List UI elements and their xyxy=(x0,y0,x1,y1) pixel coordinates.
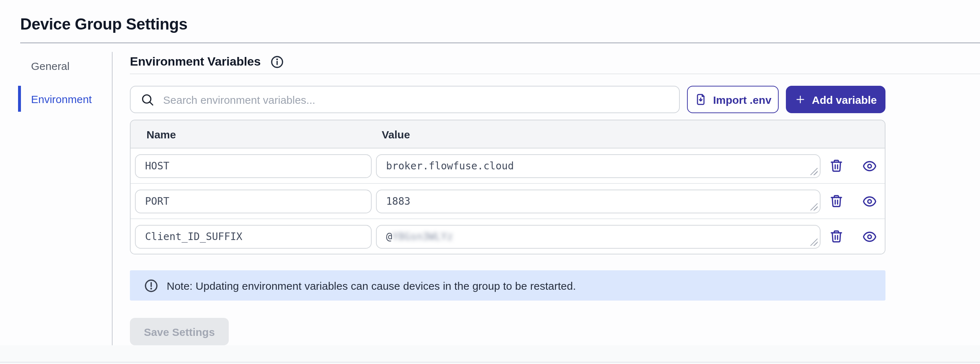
column-header-value: Value xyxy=(376,128,410,140)
table-row: PORT 1883 xyxy=(130,184,885,219)
env-name-input[interactable]: HOST xyxy=(135,154,372,178)
alert-icon xyxy=(143,278,159,293)
env-toolbar: Import .env Add variable xyxy=(130,86,886,113)
restart-note-banner: Note: Updating environment variables can… xyxy=(130,270,886,301)
show-value-button[interactable] xyxy=(862,194,877,208)
delete-variable-button[interactable] xyxy=(829,229,843,244)
trash-icon xyxy=(829,194,843,208)
add-variable-label: Add variable xyxy=(812,93,877,106)
info-icon[interactable] xyxy=(270,55,284,69)
restart-note-text: Note: Updating environment variables can… xyxy=(167,279,576,291)
show-value-button[interactable] xyxy=(862,158,877,173)
import-env-icon xyxy=(694,93,707,106)
env-value-input[interactable]: broker.flowfuse.cloud xyxy=(376,154,821,178)
env-name-input[interactable]: PORT xyxy=(135,189,372,213)
table-row: HOST broker.flowfuse.cloud xyxy=(130,149,885,184)
search-icon xyxy=(141,93,154,106)
import-env-button[interactable]: Import .env xyxy=(687,86,779,113)
trash-icon xyxy=(829,229,843,244)
trash-icon xyxy=(829,158,843,173)
add-variable-button[interactable]: Add variable xyxy=(786,86,886,113)
sidebar-item-label: General xyxy=(31,60,70,72)
page-footer-strip xyxy=(0,345,980,364)
page-header: Device Group Settings xyxy=(0,0,980,34)
search-input[interactable] xyxy=(163,93,669,106)
environment-panel: Environment Variables xyxy=(113,47,980,345)
env-name-input[interactable]: Client_ID_SUFFIX xyxy=(135,225,372,248)
delete-variable-button[interactable] xyxy=(829,194,843,208)
import-env-label: Import .env xyxy=(713,93,772,106)
delete-variable-button[interactable] xyxy=(829,158,843,173)
env-value-input[interactable]: 1883 xyxy=(376,189,821,213)
sidebar-item-general[interactable]: General xyxy=(0,53,112,78)
env-value-input[interactable]: @Y8Gsn3WLYz xyxy=(376,225,821,248)
section-divider xyxy=(130,73,980,74)
section-title: Environment Variables xyxy=(130,54,261,70)
table-header: Name Value xyxy=(130,120,885,149)
env-variables-table: Name Value HOST broker.flowfuse.cloud xyxy=(130,120,886,255)
sidebar-item-environment[interactable]: Environment xyxy=(0,87,112,111)
sidebar-item-label: Environment xyxy=(31,93,92,105)
eye-icon xyxy=(862,193,877,209)
column-header-name: Name xyxy=(130,128,376,140)
device-group-settings-page: Device Group Settings General Environmen… xyxy=(0,0,980,364)
table-row: Client_ID_SUFFIX @Y8Gsn3WLYz xyxy=(130,219,885,254)
search-box[interactable] xyxy=(130,86,680,113)
show-value-button[interactable] xyxy=(862,229,877,244)
eye-icon xyxy=(862,229,877,244)
eye-icon xyxy=(862,158,877,173)
page-title: Device Group Settings xyxy=(20,15,980,34)
settings-sidebar: General Environment xyxy=(0,47,112,345)
save-settings-button[interactable]: Save Settings xyxy=(130,318,229,345)
obscured-value: Y8Gsn3WLYz xyxy=(392,231,453,242)
plus-icon xyxy=(794,94,806,105)
